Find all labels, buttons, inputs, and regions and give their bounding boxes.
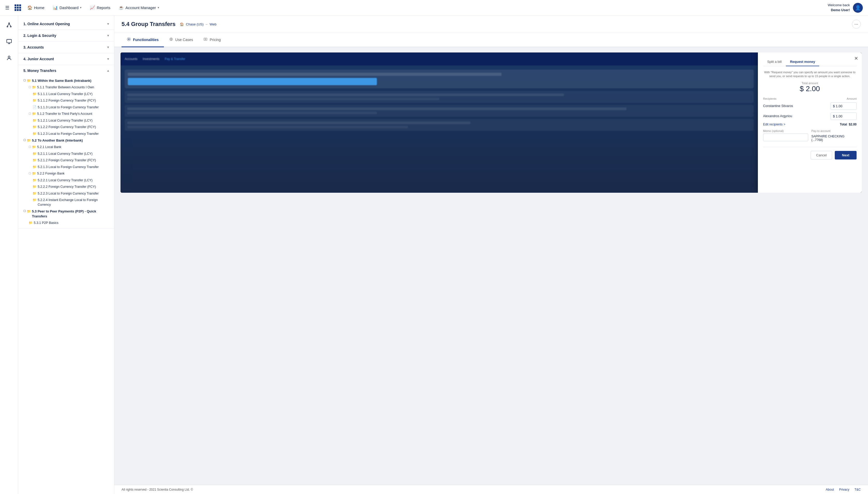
- tree-item-5-2-1[interactable]: ▢ 📁 5.2.1 Local Bank: [18, 144, 114, 151]
- tree-label-5-1-1-2: 5.1.1.2 Foreign Currency Transfer (FCY): [38, 98, 96, 103]
- recipient-2-name: Alexandros Argyriou: [763, 114, 792, 118]
- tree-item-5-3-1[interactable]: 📁 5.3.1 P2P Basics: [18, 220, 114, 227]
- tree-item-5-1-1-2[interactable]: 📁 5.1.1.2 Foreign Currency Transfer (FCY…: [18, 97, 114, 104]
- memo-field: Memo (optional): [763, 129, 808, 142]
- modal-close-button[interactable]: ✕: [854, 56, 858, 61]
- tree-label-5-3-1: 5.3.1 P2P Basics: [34, 221, 58, 225]
- tree-item-5-2-2-2[interactable]: 📁 5.2.2.2 Foreign Currency Transfer (FCY…: [18, 184, 114, 190]
- collapse-icon-5-1-2: ▢: [28, 112, 31, 115]
- tree-item-5-1-1-3[interactable]: 📄 5.1.1.3 Local to Foreign Currency Tran…: [18, 104, 114, 111]
- sidebar-section-5-header[interactable]: 5. Money Transfers ▴: [18, 65, 114, 76]
- page-header-actions: ···: [852, 20, 861, 28]
- demo-container: Accounts Investments Pay & Transfer: [120, 53, 862, 193]
- amount-col-label: Amount: [847, 97, 856, 100]
- file-icon-5-2-2-4: 📁: [33, 198, 37, 203]
- modal-tab-split-label: Split a bill: [767, 60, 782, 64]
- file-icon-5-1-2-2: 📁: [33, 125, 37, 130]
- tree-item-5-2-2-1[interactable]: 📁 5.2.2.1 Local Currency Transfer (LCY): [18, 177, 114, 184]
- modal-tab-split[interactable]: Split a bill: [763, 58, 786, 66]
- tree-item-5-1-1-1[interactable]: 📁 5.1.1.1 Local Currency Transfer (LCY): [18, 91, 114, 98]
- tree-item-5-1[interactable]: ▢ 📁 5.1 Within the Same Bank (Intrabank): [18, 77, 114, 84]
- sidebar-section-2: 2. Login & Security ▾: [18, 30, 114, 41]
- total-row-value: $2.00: [849, 122, 856, 126]
- main-content: 5.4 Group Transfers 🏠 Chase (US) – Web ·…: [114, 16, 868, 494]
- file-icon-5-2-2-1: 📁: [33, 178, 37, 183]
- nav-home[interactable]: 🏠 Home: [24, 4, 48, 12]
- tree-item-5-2-2[interactable]: ▢ 📁 5.2.2 Foreign Bank: [18, 170, 114, 177]
- sidebar-section-1-label: 1. Online Account Opening: [23, 22, 70, 26]
- sidebar-section-3: 3. Accounts ▾: [18, 41, 114, 53]
- sidebar-section-4-header[interactable]: 4. Junior Account ▾: [18, 53, 114, 65]
- modal-form-row: Memo (optional) Pay-to account SAPPHIRE …: [763, 129, 856, 142]
- tree-item-5-2-2-3[interactable]: 📁 5.2.2.3 Local to Foreign Currency Tran…: [18, 190, 114, 197]
- tab-functionalities[interactable]: Functionalities: [121, 33, 164, 47]
- tree-label-5-1-2-1: 5.1.2.1 Local Currency Transfer (LCY): [38, 118, 93, 123]
- tree-item-5-3[interactable]: ▢ 📁 5.3 Peer to Peer Payments (P2P) - Qu…: [18, 208, 114, 220]
- tab-pricing[interactable]: Pricing: [198, 33, 226, 47]
- cancel-button[interactable]: Cancel: [811, 151, 832, 159]
- dashboard-chevron-icon: ▾: [80, 6, 81, 10]
- top-navigation: ☰ 🏠 Home 📊 Dashboard ▾ 📈 Reports ☕ Accou…: [0, 0, 868, 16]
- next-button[interactable]: Next: [835, 151, 856, 159]
- svg-rect-14: [204, 38, 207, 40]
- tab-use-cases[interactable]: Use Cases: [164, 33, 198, 47]
- sidebar-icon-monitor[interactable]: [4, 36, 14, 47]
- sidebar-section-4-chevron: ▾: [107, 57, 109, 61]
- sidebar-icon-person[interactable]: [4, 53, 14, 63]
- memo-input[interactable]: [763, 133, 808, 141]
- tree-item-5-2[interactable]: ▢ 📁 5.2 To Another Bank (Interbank): [18, 137, 114, 144]
- sidebar-section-1-header[interactable]: 1. Online Account Opening ▾: [18, 18, 114, 30]
- sidebar-icon-network[interactable]: [4, 20, 14, 30]
- sidebar-section-2-header[interactable]: 2. Login & Security ▾: [18, 30, 114, 41]
- recipient-row-1: Constantine Stivaros: [763, 102, 856, 110]
- sidebar-section-2-chevron: ▾: [107, 34, 109, 37]
- privacy-link[interactable]: Privacy: [839, 488, 849, 491]
- three-dot-menu-button[interactable]: ···: [852, 20, 861, 28]
- svg-point-0: [8, 23, 9, 24]
- tree-item-5-1-2-2[interactable]: 📁 5.1.2.2 Foreign Currency Transfer (FCY…: [18, 124, 114, 131]
- file-icon-5-2-1-3: 📁: [33, 165, 37, 170]
- tree-item-5-1-2-3[interactable]: 📁 5.1.2.3 Local to Foreign Currency Tran…: [18, 131, 114, 137]
- sidebar-section-3-header[interactable]: 3. Accounts ▾: [18, 41, 114, 53]
- tree-item-5-1-2-1[interactable]: 📁 5.1.2.1 Local Currency Transfer (LCY): [18, 117, 114, 124]
- sidebar-section-1-chevron: ▾: [107, 22, 109, 26]
- recipient-1-amount-input[interactable]: [831, 102, 856, 110]
- collapse-icon-5-3: ▢: [23, 209, 26, 213]
- modal-description: With "Request money" you can specify an …: [763, 70, 856, 78]
- file-icon-5-1-1-1: 📁: [33, 92, 37, 97]
- collapse-icon-5-2: ▢: [23, 138, 26, 142]
- app-logo: [15, 4, 21, 11]
- main-layout: 1. Online Account Opening ▾ 2. Login & S…: [0, 16, 868, 494]
- dashboard-icon: 📊: [53, 5, 58, 10]
- tree-item-5-1-1[interactable]: ▢ 📁 5.1.1 Transfer Between Accounts I Ow…: [18, 84, 114, 91]
- tree-item-5-2-1-3[interactable]: 📁 5.2.1.3 Local to Foreign Currency Tran…: [18, 164, 114, 171]
- modal-tab-request[interactable]: Request money: [786, 58, 819, 66]
- nav-dashboard[interactable]: 📊 Dashboard ▾: [49, 4, 85, 12]
- tree-label-5-2-2-3: 5.2.2.3 Local to Foreign Currency Transf…: [38, 191, 99, 196]
- tree-item-5-1-2[interactable]: ▢ 📁 5.1.2 Transfer to Third Party's Acco…: [18, 111, 114, 117]
- about-link[interactable]: About: [826, 488, 834, 491]
- tab-pricing-label: Pricing: [210, 38, 221, 42]
- edit-recipients-link[interactable]: Edit recipients >: [763, 122, 786, 126]
- tree-item-5-2-1-1[interactable]: 📁 5.2.1.1 Local Currency Transfer (LCY): [18, 151, 114, 157]
- account-manager-chevron-icon: ▾: [158, 6, 159, 10]
- tandc-link[interactable]: T&C: [854, 488, 861, 491]
- hamburger-menu[interactable]: ☰: [5, 5, 9, 11]
- footer-links: About Privacy T&C: [826, 488, 861, 491]
- reports-icon: 📈: [90, 5, 95, 10]
- recipient-2-amount-input[interactable]: [831, 112, 856, 120]
- modal-tab-request-label: Request money: [790, 60, 815, 64]
- welcome-text: Welcome back Demo User!: [828, 3, 850, 12]
- sidebar-section-4: 4. Junior Account ▾: [18, 53, 114, 65]
- svg-point-1: [7, 26, 8, 27]
- nav-reports[interactable]: 📈 Reports: [86, 4, 114, 12]
- tree-item-5-2-1-2[interactable]: 📁 5.2.1.2 Foreign Currency Transfer (FCY…: [18, 157, 114, 164]
- nav-account-manager[interactable]: ☕ Account Manager ▾: [115, 4, 163, 12]
- use-cases-icon: [169, 37, 173, 42]
- avatar[interactable]: 👤: [853, 3, 863, 13]
- avatar-icon: 👤: [855, 5, 861, 11]
- tree-item-5-2-2-4[interactable]: 📁 5.2.2.4 Instant Exchange Local to Fore…: [18, 197, 114, 208]
- file-icon-5-1-1-2: 📁: [33, 98, 37, 103]
- folder-icon-5-3: 📁: [27, 209, 31, 214]
- svg-point-8: [8, 56, 10, 58]
